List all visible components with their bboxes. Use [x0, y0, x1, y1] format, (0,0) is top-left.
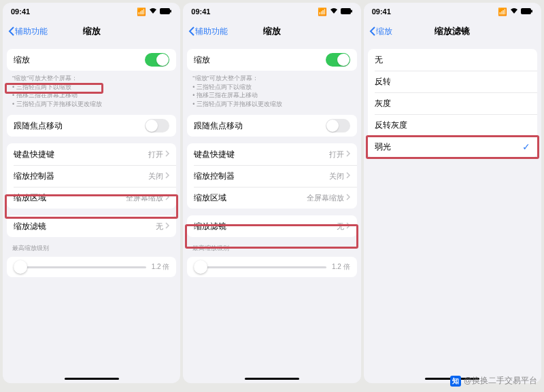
- checkmark-icon: ✓: [522, 141, 530, 152]
- status-time: 09:41: [372, 7, 391, 16]
- status-time: 09:41: [11, 7, 30, 16]
- battery-icon: [341, 7, 353, 16]
- status-bar: 09:41 📶: [3, 3, 180, 20]
- back-button[interactable]: 辅助功能: [8, 26, 48, 37]
- row-zoom-controller[interactable]: 缩放控制器 关闭: [7, 165, 176, 187]
- row-value: 关闭: [148, 171, 163, 181]
- toggle-follow-focus[interactable]: [326, 119, 350, 132]
- watermark: 知 @换换二手交易平台: [450, 375, 537, 387]
- svg-rect-5: [531, 10, 532, 13]
- zoom-hint: "缩放"可放大整个屏幕： • 三指轻点两下以缩放 • 拖移三指在屏幕上移动 • …: [3, 71, 180, 108]
- phone-screen-1: 09:41 📶 辅助功能 缩放 缩放 "缩放"可放大整个屏幕：: [3, 3, 180, 383]
- slider-track: [14, 266, 146, 268]
- signal-icon: 📶: [318, 7, 327, 16]
- row-zoom-controller[interactable]: 缩放控制器 关闭: [187, 165, 356, 187]
- svg-rect-0: [160, 8, 170, 14]
- back-button[interactable]: 辅助功能: [188, 26, 228, 37]
- row-value: 全屏幕缩放: [126, 193, 163, 203]
- slider-knob[interactable]: [194, 260, 207, 274]
- status-time: 09:41: [191, 7, 210, 16]
- nav-bar: 缩放 缩放滤镜: [364, 20, 541, 42]
- filter-option-none[interactable]: 无: [368, 49, 537, 71]
- option-label: 反转灰度: [375, 120, 407, 131]
- option-label: 弱光: [375, 141, 391, 153]
- section-max-zoom: 最高缩放级别: [183, 237, 360, 254]
- hint-bullet: • 拖移三指在屏幕上移动: [192, 91, 351, 100]
- chevron-left-icon: [369, 26, 376, 36]
- row-label: 键盘快捷键: [194, 149, 235, 160]
- svg-rect-4: [521, 8, 531, 14]
- row-label: 缩放控制器: [194, 171, 235, 182]
- filter-option-invert-grayscale[interactable]: 反转灰度: [368, 114, 537, 136]
- phone-screen-3: 09:41 📶 缩放 缩放滤镜 无 反转: [364, 3, 541, 383]
- chevron-right-icon: [165, 222, 169, 230]
- row-zoom-filter[interactable]: 缩放滤镜 无: [7, 215, 176, 237]
- chevron-right-icon: [165, 194, 169, 202]
- status-bar: 09:41 📶: [364, 3, 541, 20]
- row-value: 全屏幕缩放: [307, 193, 344, 203]
- zoom-hint: "缩放"可放大整个屏幕： • 三指轻点两下以缩放 • 拖移三指在屏幕上移动 • …: [183, 71, 360, 108]
- row-value: 打开: [148, 149, 163, 160]
- row-label: 跟随焦点移动: [14, 120, 63, 132]
- row-label: 缩放: [14, 54, 30, 66]
- chevron-right-icon: [346, 222, 350, 230]
- hint-bullet: • 三指轻点两下并拖移以更改缩放: [192, 100, 351, 109]
- back-label: 辅助功能: [15, 26, 48, 37]
- row-keyboard-shortcut[interactable]: 键盘快捷键 打开: [187, 143, 356, 165]
- slider-max-zoom[interactable]: 1.2 倍: [187, 257, 356, 277]
- chevron-left-icon: [8, 26, 15, 36]
- signal-icon: 📶: [137, 7, 146, 16]
- row-label: 缩放控制器: [14, 171, 54, 182]
- toggle-zoom[interactable]: [145, 53, 169, 67]
- watermark-text: @换换二手交易平台: [464, 375, 537, 387]
- row-follow-focus[interactable]: 跟随焦点移动: [187, 115, 356, 137]
- phone-screen-2: 09:41 📶 辅助功能 缩放 缩放 "缩放"可放大整个屏幕：: [183, 3, 360, 383]
- row-follow-focus[interactable]: 跟随焦点移动: [7, 115, 176, 137]
- toggle-follow-focus[interactable]: [145, 119, 169, 132]
- row-value: 无: [337, 221, 344, 232]
- filter-option-low-light[interactable]: 弱光 ✓: [368, 136, 537, 158]
- chevron-right-icon: [346, 194, 350, 202]
- wifi-icon: [510, 7, 518, 16]
- row-label: 缩放滤镜: [14, 221, 46, 232]
- slider-track: [194, 266, 326, 268]
- hint-line: "缩放"可放大整个屏幕：: [12, 75, 78, 82]
- row-label: 键盘快捷键: [14, 149, 54, 160]
- row-label: 跟随焦点移动: [194, 120, 243, 132]
- row-zoom[interactable]: 缩放: [187, 49, 356, 71]
- battery-icon: [160, 7, 172, 16]
- filter-option-grayscale[interactable]: 灰度: [368, 92, 537, 114]
- row-zoom-region[interactable]: 缩放区域 全屏幕缩放: [7, 187, 176, 209]
- slider-knob[interactable]: [14, 260, 27, 274]
- battery-icon: [521, 7, 533, 16]
- chevron-right-icon: [165, 150, 169, 158]
- row-label: 缩放区域: [14, 192, 46, 204]
- option-label: 无: [375, 54, 383, 66]
- toggle-zoom[interactable]: [326, 53, 350, 67]
- nav-bar: 辅助功能 缩放: [3, 20, 180, 42]
- filter-option-invert[interactable]: 反转: [368, 71, 537, 92]
- back-label: 缩放: [376, 26, 392, 37]
- row-value: 打开: [329, 149, 344, 160]
- row-zoom-filter[interactable]: 缩放滤镜 无: [187, 215, 356, 237]
- row-zoom[interactable]: 缩放: [7, 49, 176, 71]
- home-indicator: [245, 378, 299, 380]
- svg-rect-1: [170, 10, 171, 13]
- wifi-icon: [149, 7, 157, 16]
- row-label: 缩放: [194, 54, 210, 66]
- chevron-left-icon: [188, 26, 195, 36]
- slider-max-zoom[interactable]: 1.2 倍: [7, 257, 176, 277]
- hint-line: "缩放"可放大整个屏幕：: [192, 75, 258, 82]
- svg-rect-3: [351, 10, 352, 13]
- row-keyboard-shortcut[interactable]: 键盘快捷键 打开: [7, 143, 176, 165]
- status-bar: 09:41 📶: [183, 3, 360, 20]
- nav-bar: 辅助功能 缩放: [183, 20, 360, 42]
- option-label: 灰度: [375, 98, 391, 109]
- chevron-right-icon: [346, 150, 350, 158]
- back-button[interactable]: 缩放: [369, 26, 392, 37]
- back-label: 辅助功能: [195, 26, 228, 37]
- hint-bullet: • 拖移三指在屏幕上移动: [12, 91, 171, 100]
- chevron-right-icon: [165, 172, 169, 180]
- row-zoom-region[interactable]: 缩放区域 全屏幕缩放: [187, 187, 356, 209]
- zhihu-logo-icon: 知: [450, 376, 461, 387]
